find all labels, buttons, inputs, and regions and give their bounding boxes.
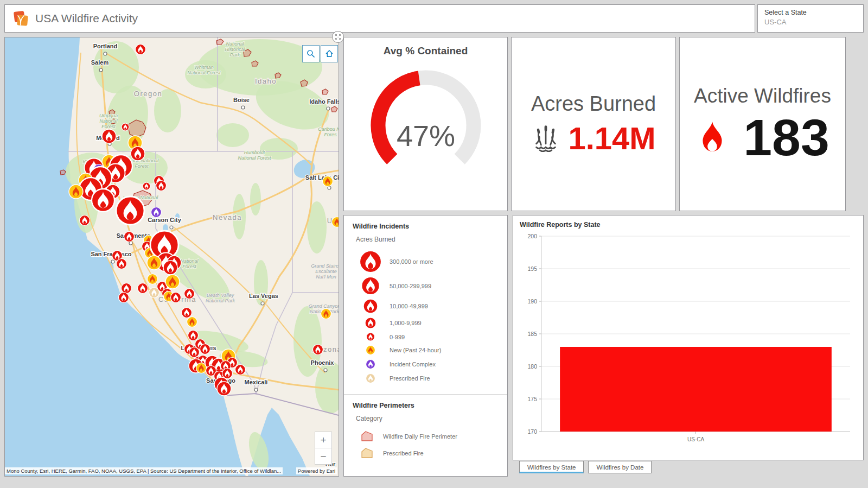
map-label: Nevada	[213, 213, 242, 221]
wildfire-marker-new[interactable]	[323, 176, 333, 187]
fire-type-icon	[358, 373, 383, 384]
fire-size-icon	[358, 276, 383, 295]
map-label: UmpquaNationalForest	[99, 113, 118, 129]
wildfire-marker-red[interactable]	[363, 299, 378, 313]
fire-size-icon	[358, 299, 383, 314]
perimeter-swatch-icon	[361, 447, 374, 459]
wildfire-marker-red[interactable]	[163, 261, 177, 275]
wildfire-marker-red[interactable]	[122, 123, 129, 131]
flame-icon	[695, 118, 729, 157]
active-wildfires-value: 183	[743, 112, 829, 163]
map-home-button[interactable]	[321, 45, 338, 62]
map-label: Salt Lake Ci	[305, 174, 339, 181]
city-dot	[324, 369, 327, 372]
wetland-plant-icon	[531, 124, 560, 152]
wildfire-marker-red[interactable]	[80, 216, 90, 226]
wildfire-marker-red[interactable]	[184, 289, 195, 299]
svg-text:175: 175	[527, 396, 537, 402]
map-label: Las Vegas	[249, 293, 278, 299]
legend-perimeter-items: Wildfire Daily Fire PerimeterPrescribed …	[353, 428, 499, 461]
wildfire-marker-red[interactable]	[362, 277, 380, 295]
wildfire-marker-new[interactable]	[69, 185, 83, 199]
wildfire-marker-red[interactable]	[116, 197, 144, 225]
wildfire-marker-red[interactable]	[136, 45, 146, 55]
legend-incidents-title: Wildfire Incidents	[353, 223, 499, 230]
wildfire-marker-red[interactable]	[156, 181, 167, 191]
chart-title: Wildfire Reports by State	[513, 216, 863, 229]
svg-text:170: 170	[527, 428, 537, 435]
wildfire-marker-red[interactable]	[200, 344, 210, 354]
wildfire-perimeter[interactable]	[60, 170, 66, 175]
state-selector-value[interactable]: US-CA	[764, 18, 857, 26]
wildfire-marker-new[interactable]	[321, 309, 331, 319]
map-label: Portland	[93, 43, 118, 49]
wildfire-marker-new[interactable]	[366, 346, 375, 355]
legend-item-label: 1,000-9,999	[390, 320, 422, 326]
legend-panel: Wildfire Incidents Acres Burned 300,000 …	[343, 215, 508, 477]
wildfire-marker-red[interactable]	[143, 182, 150, 190]
forest-area	[216, 123, 249, 147]
map-label: Idaho	[255, 77, 277, 85]
wildfire-marker-red[interactable]	[189, 347, 200, 358]
svg-text:200: 200	[527, 233, 537, 239]
powered-by-esri: Powered by Esri	[296, 467, 337, 474]
map-expand-button[interactable]	[332, 31, 344, 43]
wildfire-bar-chart: 170175180185190195200US-CA	[513, 229, 862, 452]
state-selector[interactable]: Select a State US-CA	[757, 4, 864, 33]
legend-item: Wildfire Daily Fire Perimeter	[353, 428, 499, 445]
wildfire-marker-prescribed[interactable]	[149, 288, 159, 298]
wildfire-marker-red[interactable]	[117, 259, 127, 269]
acres-burned-value: 1.14M	[568, 120, 655, 156]
contained-gauge: 47%	[344, 57, 507, 194]
wildfire-marker-red[interactable]	[102, 129, 116, 143]
map-canvas[interactable]: PortlandSalemMedfordBoiseIdaho FallsSalt…	[5, 37, 339, 476]
wildfire-marker-red[interactable]	[217, 382, 231, 396]
city-dot	[111, 260, 114, 263]
map-search-button[interactable]	[302, 45, 320, 62]
wildfire-marker-red[interactable]	[131, 147, 145, 161]
map-attribution: Mono County, Esri, HERE, Garmin, FAO, NO…	[5, 467, 283, 474]
wildfire-marker-red[interactable]	[365, 318, 376, 328]
fire-size-icon	[358, 332, 383, 341]
active-wildfires-title: Active Wildfires	[694, 85, 831, 107]
x-axis-label: US-CA	[687, 436, 704, 442]
wildfire-marker-red[interactable]	[188, 331, 199, 341]
wildfire-marker-red[interactable]	[313, 345, 323, 355]
legend-incidents-subtitle: Acres Burned	[353, 236, 499, 243]
wildfire-marker-red[interactable]	[138, 283, 148, 294]
city-dot	[99, 68, 103, 72]
map-label: Salem	[91, 59, 109, 66]
tab-wildfires-by-state[interactable]: Wildfires by State	[519, 461, 584, 473]
wildfire-marker-red[interactable]	[122, 283, 132, 294]
map-label: NationalForest	[180, 258, 199, 269]
svg-text:190: 190	[527, 298, 537, 305]
wildfire-marker-red[interactable]	[119, 293, 129, 303]
tab-wildfires-by-date[interactable]: Wildfires by Date	[588, 461, 652, 473]
map-label: Mexicali	[245, 379, 268, 385]
wildfire-marker-prescribed[interactable]	[366, 374, 375, 383]
search-icon	[306, 49, 316, 59]
wildfire-marker-red[interactable]	[182, 308, 192, 318]
city-dot	[254, 388, 258, 391]
wildfire-marker-red[interactable]	[360, 251, 381, 272]
wildfire-marker-red[interactable]	[171, 293, 181, 303]
wildfire-marker-red[interactable]	[92, 189, 114, 212]
wildfire-marker-new[interactable]	[147, 256, 161, 270]
wildfire-marker-red[interactable]	[222, 369, 233, 379]
wildfire-marker-new[interactable]	[165, 275, 180, 289]
bar-us-ca[interactable]	[560, 347, 832, 432]
expand-icon	[334, 33, 342, 41]
zoom-out-button[interactable]: −	[315, 448, 331, 464]
wildfire-marker-red[interactable]	[124, 232, 135, 242]
zoom-in-button[interactable]: +	[315, 432, 331, 448]
wildfire-marker-new[interactable]	[196, 363, 207, 373]
legend-item: Prescribed Fire	[353, 371, 499, 385]
wildfire-marker-red[interactable]	[235, 365, 246, 375]
wildfire-marker-new[interactable]	[187, 317, 197, 327]
wildfire-marker-complex[interactable]	[366, 360, 375, 369]
wildfire-marker-red[interactable]	[367, 333, 375, 341]
wildfire-marker-new[interactable]	[148, 274, 158, 284]
wildfire-map[interactable]: PortlandSalemMedfordBoiseIdaho FallsSalt…	[4, 37, 339, 477]
page-title: USA Wildfire Activity	[35, 12, 138, 25]
wildfire-marker-complex[interactable]	[151, 207, 162, 218]
